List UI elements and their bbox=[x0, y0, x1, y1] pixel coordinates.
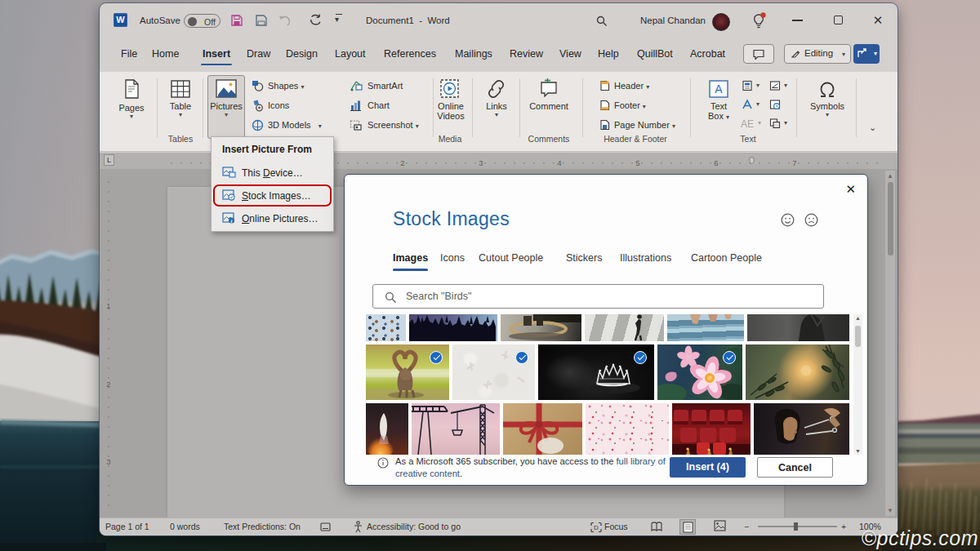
svg-text:A: A bbox=[741, 118, 747, 130]
svg-text:i: i bbox=[231, 218, 233, 224]
svg-text:6: 6 bbox=[714, 158, 718, 167]
svg-text:5: 5 bbox=[635, 158, 639, 167]
svg-text:D: D bbox=[594, 524, 599, 531]
svg-text:7: 7 bbox=[792, 158, 796, 167]
svg-text:3: 3 bbox=[479, 158, 483, 167]
svg-text:A: A bbox=[715, 82, 723, 96]
svg-text:2: 2 bbox=[106, 380, 110, 389]
svg-text:4: 4 bbox=[557, 158, 561, 167]
svg-text:E: E bbox=[747, 118, 754, 130]
svg-text:3: 3 bbox=[106, 457, 110, 466]
svg-text:1: 1 bbox=[106, 301, 110, 310]
svg-text:2: 2 bbox=[400, 158, 404, 167]
